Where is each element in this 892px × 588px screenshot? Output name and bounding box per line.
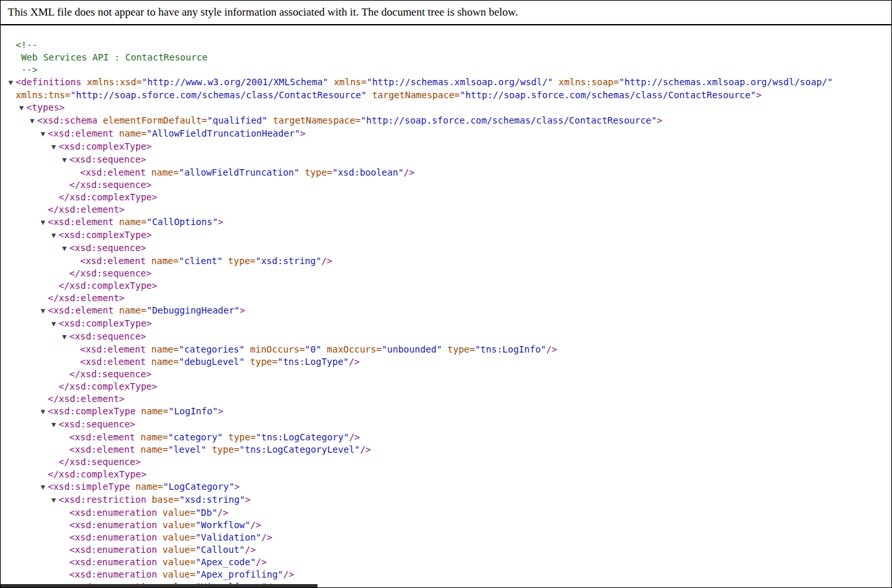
xml-attribute-name: name= [119, 217, 146, 227]
collapse-arrow-icon[interactable]: ▼ [62, 154, 70, 167]
xml-line: <xsd:element name="categories" minOccurs… [0, 343, 892, 356]
xml-tag: /> [403, 167, 414, 178]
xml-tree: <!-- Web Services API : ContactResource … [0, 25, 892, 588]
xml-tag: /> [283, 569, 294, 580]
xml-tag: <xsd:enumeration [70, 557, 163, 567]
xml-attribute-value: "xsd:string" [256, 256, 321, 266]
xml-tag: > [218, 217, 223, 227]
xml-attribute-value: "tns:LogCategoryLevel" [239, 444, 360, 455]
xml-attribute-value: "category" [168, 432, 223, 442]
xml-line: <xsd:enumeration value="Callout"/> [0, 544, 892, 556]
xml-attribute-name: type= [245, 356, 278, 367]
xml-attribute-value: "http://soap.sforce.com/schemas/class/Co… [360, 115, 656, 126]
xml-attribute-name: type= [299, 167, 332, 178]
collapse-arrow-icon[interactable]: ▼ [41, 305, 48, 317]
xml-attribute-value: "http://schemas.xmlsoap.org/wsdl/soap/" [619, 77, 833, 87]
xml-tag: /> [217, 507, 228, 518]
xml-line: ▼<xsd:sequence> [0, 242, 892, 255]
xml-comment: <!-- [16, 40, 38, 50]
collapse-arrow-icon[interactable]: ▼ [41, 406, 48, 418]
xml-line: --> [0, 64, 892, 76]
xml-tag: </xsd:complexType> [48, 469, 147, 479]
xml-attribute-name: name= [141, 432, 168, 442]
xml-attribute-name: xmlns= [328, 77, 366, 87]
xml-attribute-value: "xsd:boolean" [332, 167, 404, 178]
xml-attribute-value: "AllowFieldTruncationHeader" [146, 128, 300, 139]
xml-tag: </xsd:sequence> [70, 369, 152, 379]
xml-tag: <definitions [16, 77, 87, 87]
xml-tag: </xsd:element> [48, 394, 125, 404]
xml-attribute-name: name= [152, 167, 179, 178]
xml-line: ▼<xsd:sequence> [0, 330, 892, 343]
collapse-arrow-icon[interactable]: ▼ [51, 419, 59, 431]
xml-attribute-value: "Validation" [195, 532, 261, 542]
xml-line: <xsd:enumeration value="Validation"/> [0, 531, 892, 544]
xml-line: ▼<types> [0, 101, 892, 114]
xml-attribute-value: "LogInfo" [169, 406, 218, 416]
xml-attribute-value: "Apex_profiling" [195, 569, 283, 580]
xml-attribute-name: name= [141, 444, 168, 455]
xml-attribute-name: value= [163, 557, 196, 567]
xml-attribute-value: "Db" [195, 507, 217, 518]
xml-attribute-name: name= [152, 344, 179, 354]
xml-attribute-name: xmlns:soap= [553, 77, 619, 87]
collapse-arrow-icon[interactable]: ▼ [20, 102, 27, 114]
xml-attribute-value: "level" [168, 444, 206, 455]
xml-tag: <xsd:element [80, 344, 152, 354]
xml-tag: </xsd:sequence> [59, 457, 141, 467]
xml-attribute-name: xmlns:xsd= [87, 77, 142, 87]
xml-tag: <xsd:enumeration [70, 544, 163, 555]
collapse-arrow-icon[interactable]: ▼ [51, 141, 59, 154]
collapse-arrow-icon[interactable]: ▼ [62, 331, 70, 343]
no-stylesheet-message: This XML file does not appear to have an… [8, 6, 518, 18]
xml-tag: <xsd:sequence> [59, 419, 135, 429]
xml-tag: <xsd:schema [37, 115, 103, 126]
xml-attribute-name: minOccurs= [245, 344, 305, 354]
xml-line: </xsd:sequence> [0, 267, 892, 280]
xml-tag: > [756, 90, 761, 100]
xml-attribute-value: "CallOptions" [146, 217, 218, 227]
xml-tag: <xsd:restriction [59, 494, 152, 505]
xml-line: ▼<xsd:element name="DebuggingHeader"> [0, 304, 892, 317]
xml-attribute-name: type= [206, 444, 239, 455]
xml-tag: /> [256, 557, 267, 567]
collapse-arrow-icon[interactable]: ▼ [8, 77, 16, 89]
xml-line: <xsd:element name="category" type="tns:L… [0, 431, 892, 444]
collapse-arrow-icon[interactable]: ▼ [51, 318, 59, 330]
collapse-arrow-icon[interactable]: ▼ [30, 115, 37, 127]
xml-line: ▼<definitions xmlns:xsd="http://www.w3.o… [0, 76, 892, 89]
xml-attribute-value: "tns:LogInfo" [475, 344, 547, 354]
xml-tag: /> [321, 256, 332, 266]
xml-tag: <xsd:element [48, 217, 120, 227]
xml-line: </xsd:element> [0, 292, 892, 304]
xml-attribute-name: name= [119, 128, 146, 139]
collapse-arrow-icon[interactable]: ▼ [41, 128, 48, 140]
xml-tag: </xsd:element> [48, 204, 125, 215]
xml-line: ▼<xsd:sequence> [0, 154, 892, 167]
xml-line: <xsd:enumeration value="Apex_code"/> [0, 556, 892, 568]
xml-tag: /> [360, 444, 371, 455]
collapse-arrow-icon[interactable]: ▼ [41, 217, 48, 229]
xml-tag: <xsd:element [80, 256, 152, 266]
xml-attribute-value: "http://www.w3.org/2001/XMLSchema" [142, 77, 329, 87]
xml-line: <xsd:element name="level" type="tns:LogC… [0, 444, 892, 456]
collapse-arrow-icon[interactable]: ▼ [51, 230, 59, 242]
xml-attribute-name: base= [152, 494, 179, 505]
xml-line: </xsd:complexType> [0, 280, 892, 292]
xml-tag: <xsd:enumeration [70, 532, 163, 542]
xml-attribute-name: targetNamespace= [267, 115, 360, 126]
xml-line: ▼<xsd:element name="AllowFieldTruncation… [0, 127, 892, 140]
collapse-arrow-icon[interactable]: ▼ [62, 243, 70, 255]
xml-attribute-value: "Callout" [195, 544, 245, 555]
xml-tag: <types> [27, 102, 65, 113]
collapse-arrow-icon[interactable]: ▼ [41, 481, 48, 494]
xml-tag: /> [547, 344, 558, 354]
xml-tag: </xsd:complexType> [59, 381, 157, 392]
xml-line: </xsd:sequence> [0, 179, 892, 191]
xml-tag: <xsd:enumeration [70, 507, 163, 518]
horizontal-scrollbar-thumb[interactable] [1, 584, 318, 587]
xml-attribute-name: value= [163, 507, 196, 518]
xml-tag: <xsd:complexType> [59, 318, 152, 328]
xml-tag: > [234, 481, 239, 492]
collapse-arrow-icon[interactable]: ▼ [51, 494, 59, 507]
